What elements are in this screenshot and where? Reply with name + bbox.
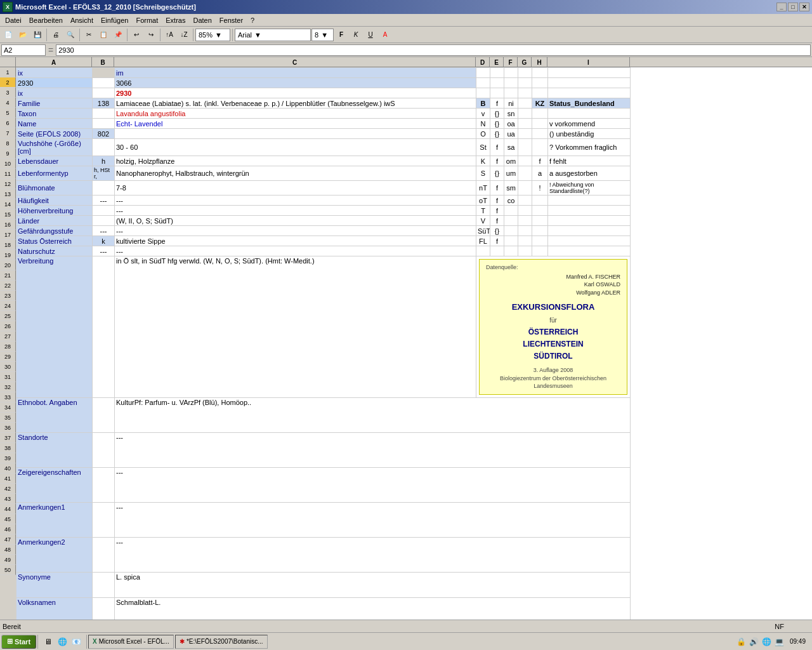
cell-bluh-label[interactable]: Blühmonate xyxy=(16,181,93,196)
zoom-dropdown[interactable]: 85% ▼ xyxy=(195,29,230,41)
cell-hauf-label[interactable]: Häufigkeit xyxy=(16,196,93,206)
cell-b1[interactable] xyxy=(93,68,115,78)
cell-verbr-num[interactable] xyxy=(93,256,115,398)
cell-d7[interactable]: O xyxy=(476,129,490,139)
cell-e4[interactable]: f xyxy=(490,98,504,109)
underline-button[interactable]: U xyxy=(363,28,377,42)
menu-format[interactable]: Format xyxy=(132,15,162,25)
cell-status-label[interactable]: Status Österreich xyxy=(16,236,93,246)
cell-c2[interactable]: 3066 xyxy=(115,78,476,88)
cell-h1[interactable] xyxy=(532,68,548,78)
cell-e3[interactable] xyxy=(490,88,504,98)
cell-i2[interactable] xyxy=(548,78,631,88)
cell-a2[interactable]: 2930 xyxy=(16,78,93,88)
cell-natur-val[interactable]: --- xyxy=(115,246,476,256)
cell-i1[interactable] xyxy=(548,68,631,78)
cell-vuechs-label[interactable]: Vuchshöhe (-Größe) [cm] xyxy=(16,139,93,156)
cell-f8[interactable]: sa xyxy=(504,139,518,156)
font-size-dropdown[interactable]: 8 ▼ xyxy=(311,29,334,41)
menu-extras[interactable]: Extras xyxy=(162,15,189,25)
cell-g15[interactable] xyxy=(518,226,532,236)
cell-h2[interactable] xyxy=(532,78,548,88)
print-preview-button[interactable]: 🔍 xyxy=(63,28,77,42)
cell-i8[interactable]: ? Vorkommen fraglich xyxy=(548,139,631,156)
cell-d5[interactable]: v xyxy=(476,109,490,119)
cell-gefahr-label[interactable]: Gefährdungsstufe xyxy=(16,226,93,236)
cell-h12[interactable] xyxy=(532,196,548,206)
cell-vuechs-num[interactable] xyxy=(93,139,115,156)
copy-button[interactable]: 📋 xyxy=(96,28,110,42)
cell-zeiger-num[interactable] xyxy=(93,467,115,502)
minimize-button[interactable]: _ xyxy=(776,3,787,11)
formula-input[interactable]: 2930 xyxy=(56,44,811,56)
redo-button[interactable]: ↪ xyxy=(144,28,158,42)
taskbar-excel[interactable]: X Microsoft Excel - EFÖL... xyxy=(88,635,174,649)
cell-g6[interactable] xyxy=(518,119,532,129)
cell-taxon-label[interactable]: Taxon xyxy=(16,109,93,119)
cell-name-num[interactable] xyxy=(93,119,115,129)
taskbar-botanik[interactable]: ✱ *E:\EFÖLS2007\Botanisc... xyxy=(175,635,268,649)
cell-e15[interactable]: {} xyxy=(490,226,504,236)
cell-a1[interactable]: ix xyxy=(16,68,93,78)
cell-anm2-num[interactable] xyxy=(93,537,115,572)
cell-f9[interactable]: om xyxy=(504,156,518,166)
cell-e11[interactable]: f xyxy=(490,181,504,196)
cell-e6[interactable]: {} xyxy=(490,119,504,129)
cell-anm1-val[interactable]: --- xyxy=(115,502,631,537)
col-header-b[interactable]: B xyxy=(92,57,114,67)
cell-e7[interactable]: {} xyxy=(490,129,504,139)
quicklaunch-icon3[interactable]: 📧 xyxy=(70,635,82,648)
cell-h8[interactable] xyxy=(532,139,548,156)
save-button[interactable]: 💾 xyxy=(30,28,44,42)
cell-d11[interactable]: nT xyxy=(476,181,490,196)
cell-verbr-label[interactable]: Verbreitung xyxy=(16,256,93,398)
cell-laender-num[interactable] xyxy=(93,216,115,226)
cell-lebform-val[interactable]: Nanophanerophyt, Halbstrauch, wintergrün xyxy=(115,166,476,181)
cell-d13[interactable]: T xyxy=(476,206,490,216)
cell-b2[interactable] xyxy=(93,78,115,88)
cell-f1[interactable] xyxy=(504,68,518,78)
cell-name-val[interactable]: Echt- Lavendel xyxy=(115,119,476,129)
cell-taxon-num[interactable] xyxy=(93,109,115,119)
cell-g5[interactable] xyxy=(518,109,532,119)
start-button[interactable]: ⊞ Start xyxy=(1,635,36,649)
cell-d6[interactable]: N xyxy=(476,119,490,129)
cell-e13[interactable]: f xyxy=(490,206,504,216)
cell-f12[interactable]: co xyxy=(504,196,518,206)
cell-i9[interactable]: f fehlt xyxy=(548,156,631,166)
paste-button[interactable]: 📌 xyxy=(111,28,125,42)
menu-datei[interactable]: Datei xyxy=(1,15,25,25)
cell-h13[interactable] xyxy=(532,206,548,216)
cell-e10[interactable]: {} xyxy=(490,166,504,181)
cell-vuechs-val[interactable]: 30 - 60 xyxy=(115,139,476,156)
cell-status-num[interactable]: k xyxy=(93,236,115,246)
cell-f10[interactable]: um xyxy=(504,166,518,181)
cut-button[interactable]: ✂ xyxy=(82,28,96,42)
maximize-button[interactable]: □ xyxy=(788,3,798,11)
cell-lebens-val[interactable]: holzig, Holzpflanze xyxy=(115,156,476,166)
cell-g4[interactable] xyxy=(518,98,532,109)
cell-g13[interactable] xyxy=(518,206,532,216)
cell-e1[interactable] xyxy=(490,68,504,78)
cell-i11[interactable]: ! Abweichung von Standardliste(?) xyxy=(548,181,631,196)
menu-bearbeiten[interactable]: Bearbeiten xyxy=(25,15,67,25)
cell-ethno-val[interactable]: KulturPf: Parfum- u. VArzPf (Blü), Homöo… xyxy=(115,397,631,432)
new-button[interactable]: 📄 xyxy=(1,28,15,42)
cell-d9[interactable]: K xyxy=(476,156,490,166)
cell-g17[interactable] xyxy=(518,246,532,256)
cell-f4[interactable]: ni xyxy=(504,98,518,109)
cell-gefahr-val[interactable]: --- xyxy=(115,226,476,236)
quicklaunch-icon2[interactable]: 🌐 xyxy=(56,635,69,648)
cell-anm1-num[interactable] xyxy=(93,502,115,537)
cell-i5[interactable] xyxy=(548,109,631,119)
col-header-h[interactable]: H xyxy=(532,57,547,67)
sort-asc-button[interactable]: ↑A xyxy=(162,28,176,42)
cell-d3[interactable] xyxy=(476,88,490,98)
cell-g8[interactable] xyxy=(518,139,532,156)
cell-e16[interactable]: f xyxy=(490,236,504,246)
cell-taxon-val[interactable]: Lavandula angustifolia xyxy=(115,109,476,119)
cell-f14[interactable] xyxy=(504,216,518,226)
cell-syn-label[interactable]: Synonyme xyxy=(16,572,93,597)
col-header-e[interactable]: E xyxy=(490,57,504,67)
menu-ansicht[interactable]: Ansicht xyxy=(67,15,97,25)
